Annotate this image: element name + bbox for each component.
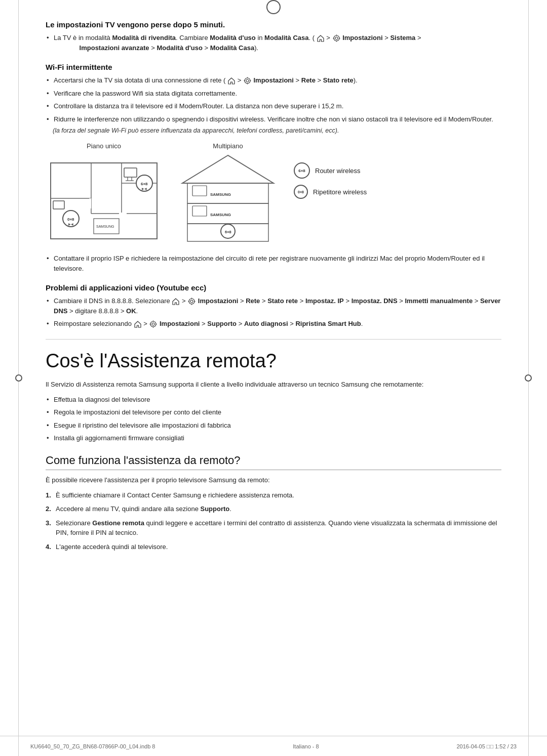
footer-center: Italiano - 8	[293, 743, 319, 749]
legend-repeater-label: Ripetitore wireless	[313, 188, 367, 196]
svg-text:▶◀: ▶◀	[68, 223, 73, 226]
list-num-3: 3.	[46, 518, 51, 528]
svg-point-6	[245, 78, 250, 83]
section-tv-settings-list: La TV è in modalità Modalità di rivendit…	[46, 33, 501, 53]
section-remote-assistance-intro: Il Servizio di Assistenza remota Samsung…	[46, 380, 501, 390]
remote-assistance-bullet-3: Esegue il ripristino del televisore alle…	[46, 421, 501, 431]
list-num-1: 1.	[46, 490, 51, 500]
wifi-bullet-1: Accertarsi che la TV sia dotata di una c…	[46, 75, 501, 86]
wifi-bullet-2: Verificare che la password Wifi sia stat…	[46, 89, 501, 99]
section-wifi-list: Accertarsi che la TV sia dotata di una c…	[46, 75, 501, 124]
svg-point-44	[190, 300, 193, 303]
section-how-it-works: Come funziona l'assistenza da remoto? È …	[46, 453, 501, 552]
svg-rect-20	[124, 168, 137, 177]
router-icon: 6×8	[294, 162, 310, 179]
single-floor-label: Piano unico	[46, 142, 162, 150]
svg-rect-27	[53, 201, 64, 209]
section-wifi-title: Wi-Fi intermittente	[46, 63, 501, 71]
video-apps-bullet-1: Cambiare il DNS in 8.8.8.8. Selezionare …	[46, 296, 501, 316]
section-tv-settings-item1: La TV è in modalità Modalità di rivendit…	[46, 33, 501, 53]
wifi-after-diagram: Contattare il proprio ISP e richiedere l…	[46, 254, 501, 273]
wifi-bullet-5: Contattare il proprio ISP e richiedere l…	[46, 254, 501, 273]
top-binding-circle	[266, 0, 281, 14]
svg-point-0	[334, 35, 339, 41]
multi-floor-label: Multipiano	[177, 142, 279, 150]
svg-point-1	[335, 37, 338, 39]
how-it-works-item-3: 3. Selezionare Gestione remota quindi le…	[46, 518, 501, 538]
section-remote-assistance: Cos'è l'Assistenza remota? Il Servizio d…	[46, 350, 501, 443]
single-floor-svg: 6×8 ▶◀ 0×8 ▶◀ SAMSUNG	[46, 153, 162, 244]
list-text-1: È sufficiente chiamare il Contact Center…	[56, 491, 294, 499]
video-apps-bullet-2: Reimpostare selezionando > Impostazioni …	[46, 319, 501, 329]
remote-assistance-bullet-1: Effettua la diagnosi del televisore	[46, 395, 501, 405]
svg-point-49	[150, 321, 156, 327]
section-tv-settings: Le impostazioni TV vengono perse dopo 5 …	[46, 20, 501, 53]
svg-rect-40	[192, 206, 207, 216]
svg-text:▶◀: ▶◀	[142, 187, 147, 190]
section-remote-assistance-title: Cos'è l'Assistenza remota?	[46, 350, 501, 373]
section-tv-settings-title: Le impostazioni TV vengono perse dopo 5 …	[46, 20, 501, 29]
left-binding-mark	[15, 374, 22, 382]
list-text-3: Selezionare Gestione remota quindi legge…	[56, 519, 497, 537]
svg-text:SAMSUNG: SAMSUNG	[96, 225, 114, 228]
repeater-icon: 0×8	[294, 185, 308, 199]
section-divider	[46, 339, 501, 340]
bottom-bar: KU6640_50_70_ZG_BN68-07866P-00_L04.indb …	[0, 736, 547, 756]
section-how-it-works-title: Come funziona l'assistenza da remoto?	[46, 453, 501, 471]
legend-router: 6×8 Router wireless	[294, 162, 367, 179]
section-video-apps: Problemi di applicazioni video (Youtube …	[46, 283, 501, 329]
footer-left: KU6640_50_70_ZG_BN68-07866P-00_L04.indb …	[30, 743, 155, 749]
how-it-works-item-2: 2. Accedere al menu TV, quindi andare al…	[46, 504, 501, 514]
list-text-2: Accedere al menu TV, quindi andare alla …	[56, 505, 231, 513]
wifi-bullet-3: Controllare la distanza tra il televisor…	[46, 101, 501, 111]
legend-router-label: Router wireless	[315, 167, 361, 175]
remote-assistance-bullet-2: Regola le impostazioni del televisore pe…	[46, 407, 501, 417]
list-num-2: 2.	[46, 504, 51, 514]
wifi-italic-note: (la forza del segnale Wi-Fi può essere i…	[46, 127, 501, 134]
section-how-it-works-list: 1. È sufficiente chiamare il Contact Cen…	[46, 490, 501, 552]
section-wifi: Wi-Fi intermittente Accertarsi che la TV…	[46, 63, 501, 273]
svg-marker-33	[182, 155, 274, 183]
svg-text:SAMSUNG: SAMSUNG	[210, 192, 231, 197]
single-floor-container: Piano unico	[46, 142, 162, 245]
section-video-apps-list: Cambiare il DNS in 8.8.8.8. Selezionare …	[46, 296, 501, 329]
legend-repeater: 0×8 Ripetitore wireless	[294, 185, 367, 199]
svg-text:SAMSUNG: SAMSUNG	[210, 213, 231, 217]
remote-assistance-bullet-4: Installa gli aggiornamenti firmware cons…	[46, 433, 501, 443]
svg-text:0×8: 0×8	[67, 217, 74, 222]
svg-point-50	[152, 323, 154, 325]
footer-right: 2016-04-05 □□ 1:52 / 23	[457, 743, 517, 749]
svg-point-7	[246, 79, 249, 82]
list-text-4: L'agente accederà quindi al televisore.	[56, 543, 168, 551]
right-binding-mark	[525, 374, 532, 382]
section-how-it-works-intro: È possibile ricevere l'assistenza per il…	[46, 475, 501, 485]
wifi-bullet-4: Ridurre le interferenze non utilizzando …	[46, 114, 501, 124]
how-it-works-item-4: 4. L'agente accederà quindi al televisor…	[46, 542, 501, 552]
svg-point-43	[189, 299, 194, 304]
legend-area: 6×8 Router wireless 0×8 Ripetitore wirel…	[294, 142, 367, 199]
svg-rect-38	[192, 186, 207, 196]
how-it-works-item-1: 1. È sufficiente chiamare il Contact Cen…	[46, 490, 501, 500]
list-num-4: 4.	[46, 542, 51, 552]
svg-text:6×8: 6×8	[141, 182, 148, 186]
section-remote-assistance-list: Effettua la diagnosi del televisore Rego…	[46, 395, 501, 443]
section-video-apps-title: Problemi di applicazioni video (Youtube …	[46, 283, 501, 292]
multi-floor-svg: SAMSUNG SAMSUNG 6×8	[177, 153, 279, 244]
multi-floor-container: Multipiano SAMSUNG SAMSUNG	[177, 142, 279, 245]
diagram-area: Piano unico	[46, 142, 501, 245]
svg-text:6×8: 6×8	[225, 230, 231, 234]
